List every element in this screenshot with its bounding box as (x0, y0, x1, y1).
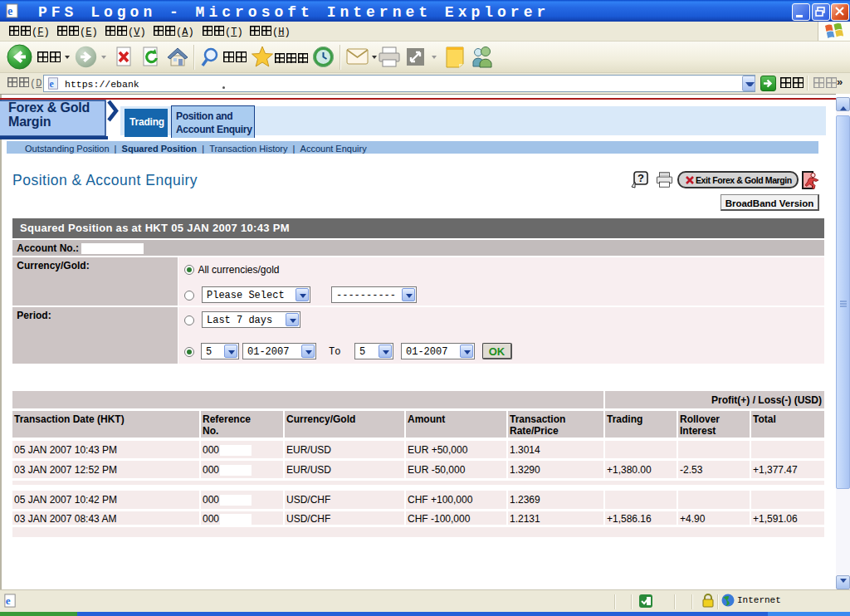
svg-text:e: e (6, 594, 11, 607)
svg-text:?: ? (638, 172, 644, 184)
svg-text:e: e (7, 5, 12, 17)
svg-text:e: e (50, 79, 54, 90)
